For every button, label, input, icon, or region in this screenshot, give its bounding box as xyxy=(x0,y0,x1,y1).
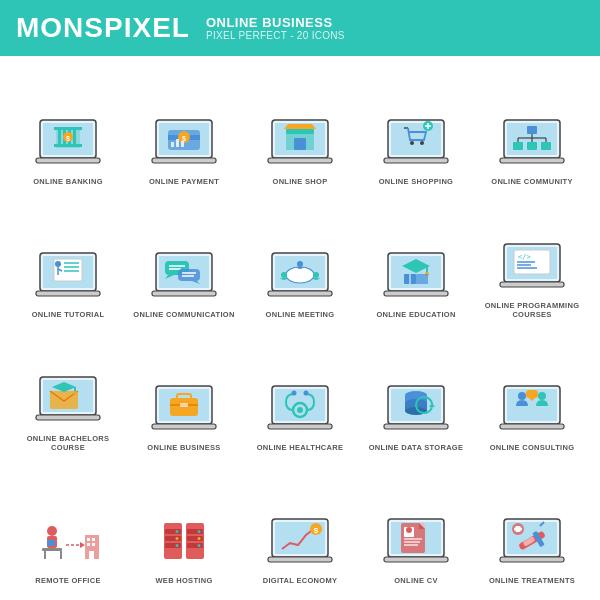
svg-point-157 xyxy=(198,530,201,533)
svg-rect-85 xyxy=(416,274,428,284)
svg-point-33 xyxy=(420,141,424,145)
svg-point-53 xyxy=(55,261,61,267)
svg-point-159 xyxy=(198,544,201,547)
icon-online-community: ONLINE COMMUNITY xyxy=(476,64,588,193)
svg-point-154 xyxy=(176,530,179,533)
svg-marker-26 xyxy=(284,124,316,129)
svg-rect-108 xyxy=(152,424,216,429)
icon-online-tutorial: ONLINE TUTORIAL xyxy=(12,197,124,326)
online-education-icon xyxy=(380,246,452,306)
svg-rect-8 xyxy=(54,144,82,147)
svg-point-158 xyxy=(198,537,201,540)
svg-point-75 xyxy=(281,272,287,278)
svg-rect-129 xyxy=(526,390,538,398)
svg-rect-77 xyxy=(268,291,332,296)
online-meeting-icon xyxy=(264,246,336,306)
page: MONSPIXEL ONLINE BUSINESS PIXEL PERFECT … xyxy=(0,0,600,600)
svg-rect-137 xyxy=(47,540,55,546)
icon-online-shop: ONLINE SHOP xyxy=(244,64,356,193)
online-treatments-icon xyxy=(496,512,568,572)
online-business-icon xyxy=(148,379,220,439)
online-payment-icon: $ xyxy=(148,113,220,173)
svg-rect-185 xyxy=(500,557,564,562)
svg-point-128 xyxy=(538,392,546,400)
icon-online-meeting: ONLINE MEETING xyxy=(244,197,356,326)
svg-point-156 xyxy=(176,544,179,547)
svg-rect-48 xyxy=(541,142,551,150)
svg-point-100 xyxy=(73,391,77,395)
svg-rect-115 xyxy=(268,424,332,429)
svg-rect-134 xyxy=(42,548,62,551)
svg-point-73 xyxy=(286,267,314,283)
online-community-icon xyxy=(496,113,568,173)
online-payment-label: ONLINE PAYMENT xyxy=(149,177,219,187)
svg-rect-184 xyxy=(514,528,522,531)
svg-rect-175 xyxy=(384,557,448,562)
online-business-label: ONLINE BUSINESS xyxy=(147,443,220,453)
header-right: ONLINE BUSINESS PIXEL PERFECT - 20 ICONS xyxy=(206,15,345,41)
svg-rect-86 xyxy=(384,291,448,296)
svg-rect-46 xyxy=(513,142,523,150)
svg-point-127 xyxy=(518,392,526,400)
icon-online-education: ONLINE EDUCATION xyxy=(360,197,472,326)
online-data-label: ONLINE DATA STORAGE xyxy=(369,443,464,453)
svg-text:$: $ xyxy=(66,135,70,143)
online-shopping-label: ONLINE SHOPPING xyxy=(379,177,454,187)
online-banking-label: ONLINE BANKING xyxy=(33,177,103,187)
svg-point-76 xyxy=(313,272,319,278)
svg-marker-139 xyxy=(80,542,85,548)
svg-rect-30 xyxy=(391,123,441,155)
icon-online-shopping: ONLINE SHOPPING xyxy=(360,64,472,193)
svg-text:$: $ xyxy=(314,526,319,535)
svg-rect-21 xyxy=(152,158,216,163)
svg-point-155 xyxy=(176,537,179,540)
header: MONSPIXEL ONLINE BUSINESS PIXEL PERFECT … xyxy=(0,0,600,56)
online-cv-icon xyxy=(380,512,452,572)
header-subtitle: PIXEL PERFECT - 20 ICONS xyxy=(206,30,345,41)
web-hosting-icon xyxy=(148,512,220,572)
svg-point-132 xyxy=(47,526,57,536)
web-hosting-label: WEB HOSTING xyxy=(155,576,212,586)
online-healthcare-icon xyxy=(264,379,336,439)
online-education-label: ONLINE EDUCATION xyxy=(376,310,455,320)
header-title: ONLINE BUSINESS xyxy=(206,15,345,30)
online-treatments-label: ONLINE TREATMENTS xyxy=(489,576,575,586)
svg-rect-141 xyxy=(87,538,90,541)
svg-point-74 xyxy=(297,261,303,267)
svg-rect-144 xyxy=(92,543,95,546)
online-consulting-icon xyxy=(496,379,568,439)
icons-grid: $ ONLINE BANKING $ xyxy=(0,56,600,600)
icon-online-cv: ONLINE CV xyxy=(360,463,472,592)
svg-rect-148 xyxy=(165,529,181,534)
svg-rect-151 xyxy=(187,529,203,534)
svg-point-113 xyxy=(292,391,297,396)
icon-online-communication: ONLINE COMMUNICATION xyxy=(128,197,240,326)
svg-point-169 xyxy=(406,527,412,533)
online-programming-icon: </> xyxy=(496,237,568,297)
online-banking-icon: $ xyxy=(32,113,104,173)
svg-rect-94 xyxy=(500,282,564,287)
remote-office-label: REMOTE OFFICE xyxy=(35,576,101,586)
icon-digital-economy: $ DIGITAL ECONOMY xyxy=(244,463,356,592)
svg-rect-20 xyxy=(181,141,184,147)
online-shopping-icon xyxy=(380,113,452,173)
svg-rect-152 xyxy=(187,536,203,541)
svg-rect-49 xyxy=(500,158,564,163)
remote-office-icon xyxy=(32,512,104,572)
svg-rect-135 xyxy=(44,551,46,559)
svg-rect-7 xyxy=(73,130,76,144)
online-programming-label: ONLINE PROGRAMMING COURSES xyxy=(478,301,586,321)
icon-online-bachelors: ONLINE BACHELORS COURSE xyxy=(12,330,124,459)
icon-online-programming: </> ONLINE PROGRAMMING COURSES xyxy=(476,197,588,326)
svg-rect-143 xyxy=(87,543,90,546)
digital-economy-label: DIGITAL ECONOMY xyxy=(263,576,338,586)
icon-online-payment: $ ONLINE PAYMENT xyxy=(128,64,240,193)
icon-remote-office: REMOTE OFFICE xyxy=(12,463,124,592)
svg-rect-59 xyxy=(36,291,100,296)
icon-web-hosting: WEB HOSTING xyxy=(128,463,240,592)
svg-rect-101 xyxy=(36,415,100,420)
svg-rect-47 xyxy=(527,142,537,150)
online-shop-icon xyxy=(264,113,336,173)
svg-rect-3 xyxy=(54,127,82,130)
svg-rect-40 xyxy=(527,126,537,134)
